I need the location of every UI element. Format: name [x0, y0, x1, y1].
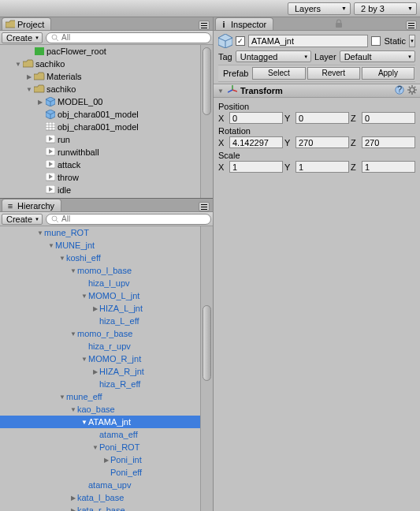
layers-dropdown[interactable]: Layers ▼ — [288, 2, 351, 15]
project-item[interactable]: throw — [0, 171, 213, 184]
hierarchy-search[interactable] — [46, 214, 211, 225]
hierarchy-item[interactable]: hiza_L_eff — [0, 315, 213, 327]
hierarchy-item[interactable]: ▶kata_r_base — [0, 504, 213, 511]
foldout-toggle[interactable]: ▼ — [47, 242, 55, 249]
foldout-toggle[interactable]: ▼ — [91, 444, 99, 451]
project-item[interactable]: attack — [0, 159, 213, 171]
project-item[interactable]: pacFlower_root — [0, 45, 213, 58]
project-item[interactable]: ▶Materials — [0, 70, 213, 83]
project-item[interactable]: ▼sachiko — [0, 58, 213, 70]
foldout-toggle[interactable]: ▼ — [58, 255, 66, 262]
position-z-input[interactable] — [362, 112, 415, 124]
prefab-apply-button[interactable]: Apply — [362, 67, 414, 80]
prefab-select-button[interactable]: Select — [252, 67, 305, 80]
rotation-z-input[interactable] — [362, 136, 415, 148]
static-dropdown[interactable]: ▼ — [409, 35, 415, 47]
hierarchy-create-button[interactable]: Create ▼ — [2, 214, 43, 225]
hierarchy-item[interactable]: Poni_eff — [0, 466, 213, 479]
foldout-toggle[interactable]: ▼ — [69, 330, 77, 338]
hierarchy-item[interactable]: ▼MUNE_jnt — [0, 239, 213, 252]
foldout-toggle[interactable]: ▼ — [36, 229, 44, 237]
hierarchy-item[interactable]: ▼momo_r_base — [0, 327, 213, 340]
project-search-input[interactable] — [61, 33, 206, 42]
layer-dropdown[interactable]: Default ▼ — [340, 50, 415, 62]
position-x-input[interactable] — [229, 112, 283, 124]
foldout-toggle[interactable]: ▶ — [102, 457, 110, 464]
project-tab[interactable]: Project — [2, 17, 51, 30]
panel-menu-icon[interactable] — [406, 21, 417, 30]
axis-x-label: X — [218, 162, 228, 172]
project-item[interactable]: runwithball — [0, 146, 213, 159]
project-item[interactable]: ▼sachiko — [0, 83, 213, 95]
hierarchy-item[interactable]: ▼koshi_eff — [0, 252, 213, 264]
hierarchy-item[interactable]: ▶kata_l_base — [0, 491, 213, 504]
foldout-toggle[interactable]: ▼ — [58, 394, 66, 401]
tag-dropdown[interactable]: Untagged ▼ — [236, 50, 311, 62]
hierarchy-item[interactable]: atama_upv — [0, 479, 213, 491]
scale-x-input[interactable] — [229, 161, 283, 173]
project-create-button[interactable]: Create ▼ — [2, 32, 43, 43]
hierarchy-item[interactable]: ▶Poni_int — [0, 453, 213, 466]
foldout-toggle[interactable]: ▼ — [69, 406, 77, 413]
gameobject-name-input[interactable] — [248, 35, 368, 47]
project-item[interactable]: idle — [0, 184, 213, 196]
hierarchy-scrollbar[interactable] — [200, 226, 213, 511]
scrollbar-thumb[interactable] — [203, 47, 211, 115]
component-foldout[interactable]: ▼ — [217, 88, 225, 95]
project-item[interactable]: run — [0, 133, 213, 146]
hierarchy-item[interactable]: ▼mune_ROT — [0, 226, 213, 239]
scrollbar-thumb[interactable] — [203, 305, 211, 381]
foldout-toggle[interactable]: ▼ — [80, 293, 88, 300]
foldout-toggle[interactable]: ▶ — [36, 99, 44, 106]
prefab-revert-button[interactable]: Revert — [307, 67, 360, 80]
hierarchy-item[interactable]: ▼Poni_ROT — [0, 441, 213, 453]
foldout-toggle[interactable]: ▼ — [80, 356, 88, 363]
foldout-toggle[interactable]: ▶ — [69, 507, 77, 512]
project-scrollbar[interactable] — [200, 45, 213, 198]
scale-y-input[interactable] — [295, 161, 349, 173]
hierarchy-item[interactable]: atama_eff — [0, 428, 213, 441]
hierarchy-item[interactable]: hiza_R_eff — [0, 378, 213, 390]
help-icon[interactable] — [395, 85, 404, 96]
layout-dropdown[interactable]: 2 by 3 ▼ — [354, 2, 417, 15]
scale-z-input[interactable] — [362, 161, 415, 173]
panel-menu-icon[interactable] — [199, 202, 210, 211]
hierarchy-item[interactable]: hiza_l_upv — [0, 277, 213, 289]
hierarchy-item[interactable]: ▼kao_base — [0, 403, 213, 416]
rotation-y-input[interactable] — [295, 136, 349, 148]
hierarchy-item[interactable]: ▼mune_eff — [0, 390, 213, 403]
rotation-x-input[interactable] — [229, 136, 283, 148]
lock-icon[interactable] — [334, 19, 344, 30]
foldout-toggle[interactable]: ▼ — [80, 419, 88, 426]
hierarchy-item[interactable]: ▼MOMO_R_jnt — [0, 352, 213, 365]
foldout-toggle[interactable]: ▶ — [25, 73, 33, 80]
hierarchy-tab[interactable]: ≡ Hierarchy — [2, 199, 61, 211]
static-checkbox[interactable] — [371, 36, 381, 46]
item-label: MOMO_R_jnt — [88, 354, 141, 364]
position-y-input[interactable] — [295, 112, 349, 124]
hierarchy-item[interactable]: ▼ATAMA_jnt — [0, 416, 213, 428]
gear-icon[interactable] — [407, 85, 417, 96]
hierarchy-item[interactable]: hiza_r_upv — [0, 340, 213, 352]
foldout-toggle[interactable]: ▶ — [69, 494, 77, 502]
project-search[interactable] — [46, 32, 211, 43]
hierarchy-item[interactable]: ▼MOMO_L_jnt — [0, 289, 213, 302]
hierarchy-item[interactable]: ▶HIZA_R_jnt — [0, 365, 213, 378]
foldout-toggle[interactable]: ▼ — [14, 61, 22, 68]
item-label: kao_base — [77, 405, 115, 414]
project-item[interactable]: obj_chara001_model — [0, 108, 213, 121]
inspector-tab[interactable]: i Inspector — [215, 17, 273, 30]
project-item[interactable]: obj_chara001_model — [0, 121, 213, 133]
hierarchy-item[interactable]: ▼momo_l_base — [0, 264, 213, 277]
foldout-toggle[interactable]: ▼ — [69, 267, 77, 274]
project-tree[interactable]: pacFlower_root▼sachiko▶Materials▼sachiko… — [0, 45, 213, 198]
project-item[interactable]: ▶MODEL_00 — [0, 95, 213, 108]
active-checkbox[interactable]: ✓ — [236, 36, 245, 46]
hierarchy-item[interactable]: ▶HIZA_L_jnt — [0, 302, 213, 315]
foldout-toggle[interactable]: ▶ — [91, 305, 99, 312]
hierarchy-tree[interactable]: ▼mune_ROT▼MUNE_jnt▼koshi_eff▼momo_l_base… — [0, 226, 213, 511]
hierarchy-search-input[interactable] — [61, 214, 206, 223]
foldout-toggle[interactable]: ▶ — [91, 368, 99, 375]
panel-menu-icon[interactable] — [199, 21, 210, 30]
foldout-toggle[interactable]: ▼ — [25, 86, 33, 93]
